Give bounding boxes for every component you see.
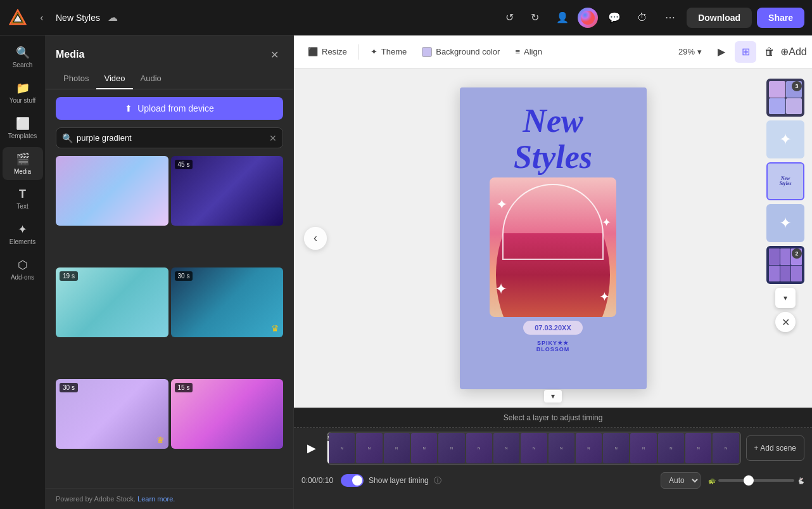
sidebar-label-your-stuff: Your stuff <box>10 97 36 104</box>
templates-icon: ⬜ <box>16 117 30 131</box>
bg-color-swatch <box>422 47 432 57</box>
sidebar-label-elements: Elements <box>10 238 36 245</box>
info-icon[interactable]: ⓘ <box>434 475 441 486</box>
back-button[interactable]: ‹ <box>33 9 51 27</box>
timeline-frame: N <box>549 433 574 463</box>
timeline-frame: N <box>658 433 684 463</box>
canvas-brand: SPIKY★★BLOSSOM <box>536 340 570 352</box>
theme-icon: ✦ <box>371 47 377 56</box>
media-item[interactable]: 19 s <box>56 267 168 337</box>
thumbnail-text: NewStyles <box>777 164 794 199</box>
editor-toolbar: ⬛ Resize ✦ Theme Background color ≡ Alig… <box>294 35 812 68</box>
layer-timing-label: Show layer timing <box>369 476 429 485</box>
media-panel: Media ✕ Photos Video Audio ⬆ Upload from… <box>46 35 294 509</box>
sidebar-item-media[interactable]: 🎬 Media <box>3 147 43 180</box>
media-item[interactable]: 45 s <box>171 156 284 226</box>
panel-tabs: Photos Video Audio <box>46 68 293 89</box>
more-button[interactable]: ⋯ <box>659 6 682 29</box>
auto-select[interactable]: Auto <box>661 472 701 489</box>
undo-button[interactable]: ↺ <box>498 6 521 29</box>
plus-icon: ⊕ <box>780 46 789 58</box>
page-thumbnail-4[interactable]: ✦ <box>766 204 804 242</box>
toggle-switch[interactable] <box>341 474 364 487</box>
search-clear-button[interactable]: ✕ <box>269 133 277 143</box>
comment-button[interactable]: 💬 <box>603 6 626 29</box>
timeline: Select a layer to adjust timing ▶ 10s N … <box>294 408 812 509</box>
resize-button[interactable]: ⬛ Resize <box>301 43 353 60</box>
media-item[interactable] <box>56 156 168 226</box>
footer-link[interactable]: Learn more. <box>137 495 175 503</box>
your-stuff-icon: 📁 <box>16 81 30 95</box>
background-color-button[interactable]: Background color <box>416 43 506 61</box>
sidebar-item-add-ons[interactable]: ⬡ Add-ons <box>3 253 43 286</box>
canvas-viewport: ‹ New Styles ✦ ✦ ✦ <box>294 68 812 408</box>
theme-label: Theme <box>381 47 407 56</box>
timeline-track[interactable]: 10s N N N N N N N N N N N N <box>327 432 741 465</box>
align-icon: ≡ <box>515 47 520 56</box>
grid-view-button[interactable]: ⊞ <box>735 41 756 63</box>
redo-button[interactable]: ↻ <box>523 6 546 29</box>
canvas-nav-left-button[interactable]: ‹ <box>304 227 327 250</box>
panel-close-button[interactable]: ✕ <box>265 46 283 63</box>
star-icon: ✦ <box>599 289 610 304</box>
sidebar-item-templates[interactable]: ⬜ Templates <box>3 112 43 145</box>
delete-button[interactable]: 🗑 <box>759 41 780 63</box>
tab-audio[interactable]: Audio <box>133 68 169 89</box>
tab-video[interactable]: Video <box>96 68 132 89</box>
download-button[interactable]: Download <box>687 8 752 28</box>
canvas-expand-button[interactable]: ▾ <box>544 390 562 403</box>
speed-slider[interactable] <box>718 479 794 482</box>
sidebar-item-search[interactable]: 🔍 Search <box>3 41 43 74</box>
text-icon: T <box>19 188 26 201</box>
page-thumbnail-1[interactable]: 3 <box>766 79 804 117</box>
media-item[interactable]: 30 s ♛ <box>56 379 168 449</box>
speed-slow-icon: 🐢 <box>708 477 716 484</box>
thumbnails-close-button[interactable]: ✕ <box>775 312 796 332</box>
align-button[interactable]: ≡ Align <box>509 43 549 60</box>
thumbnail-badge: 2 <box>792 248 802 259</box>
project-title: New Styles <box>56 13 100 23</box>
media-item[interactable]: 30 s ♛ <box>171 267 284 337</box>
sidebar-item-elements[interactable]: ✦ Elements <box>3 217 43 250</box>
cloud-save-icon[interactable]: ☁ <box>108 11 118 23</box>
page-thumbnail-3[interactable]: NewStyles <box>766 162 804 200</box>
thumbnails-expand-button[interactable]: ▾ <box>775 288 796 308</box>
timeline-frame: N <box>411 433 437 463</box>
present-button[interactable]: ⏱ <box>631 6 654 29</box>
timeline-controls: ▶ 10s N N N N N N N N N <box>294 428 812 468</box>
zoom-control[interactable]: 29% ▾ <box>672 43 708 60</box>
divider <box>358 44 359 60</box>
add-scene-button[interactable]: + Add scene <box>746 435 804 461</box>
search-icon: 🔍 <box>62 133 73 143</box>
timeline-frame: N <box>493 433 519 463</box>
sidebar-item-text[interactable]: T Text <box>3 183 43 215</box>
timeline-bottom: 0:00/0:10 Show layer timing ⓘ Auto 🐢 <box>294 468 812 493</box>
sidebar-item-your-stuff[interactable]: 📁 Your stuff <box>3 76 43 109</box>
panel-footer: Powered by Adobe Stock. Learn more. <box>46 488 293 509</box>
resize-label: Resize <box>322 47 347 56</box>
logo[interactable] <box>8 8 28 28</box>
premium-crown-icon: ♛ <box>156 435 165 445</box>
page-thumbnail-2[interactable]: ✦ <box>766 120 804 158</box>
upload-button[interactable]: ⬆ Upload from device <box>56 97 283 120</box>
tab-photos[interactable]: Photos <box>56 68 96 89</box>
search-container: 🔍 ✕ <box>56 127 283 148</box>
canvas-title-line2: Styles <box>514 139 592 175</box>
share-button[interactable]: Share <box>757 8 804 28</box>
design-canvas[interactable]: New Styles ✦ ✦ ✦ ✦ <box>460 87 647 389</box>
theme-button[interactable]: ✦ Theme <box>364 43 413 60</box>
collaborators-button[interactable]: 👤 <box>551 6 574 29</box>
timeline-frame: N <box>329 433 355 463</box>
page-thumbnail-5[interactable]: 2 <box>766 246 804 284</box>
add-ons-icon: ⬡ <box>18 258 28 272</box>
timeline-hint: Select a layer to adjust timing <box>294 408 812 428</box>
present-view-button[interactable]: ▶ <box>711 41 732 63</box>
sidebar: 🔍 Search 📁 Your stuff ⬜ Templates 🎬 Medi… <box>0 35 46 509</box>
premium-crown-icon: ♛ <box>271 323 279 333</box>
play-button[interactable]: ▶ <box>301 438 322 458</box>
search-input[interactable] <box>56 127 283 148</box>
add-button[interactable]: ⊕ Add <box>783 41 804 63</box>
media-item[interactable]: 15 s <box>171 379 284 449</box>
star-icon: ✦ <box>496 197 507 213</box>
elements-icon: ✦ <box>18 222 27 236</box>
